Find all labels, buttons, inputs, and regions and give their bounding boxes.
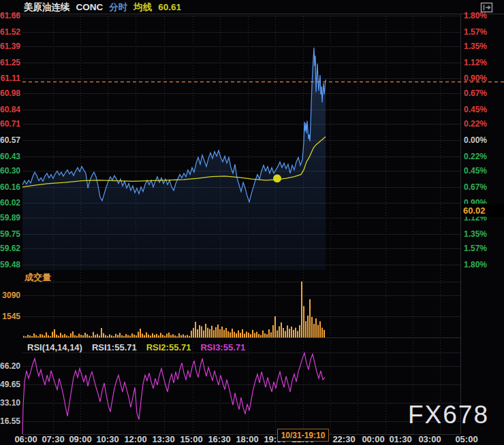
- volume-bar: [287, 325, 288, 337]
- volume-bar: [78, 333, 80, 337]
- volume-bar: [258, 334, 259, 337]
- volume-bar: [301, 282, 302, 337]
- volume-bar: [54, 329, 55, 337]
- volume-bar: [232, 329, 233, 337]
- price-axis-label: 61.66: [0, 12, 20, 20]
- volume-bar: [242, 329, 243, 337]
- volume-bar: [89, 335, 90, 337]
- volume-bar: [187, 335, 188, 337]
- volume-bar: [158, 335, 159, 337]
- volume-bar: [164, 336, 166, 337]
- volume-bar: [217, 325, 219, 337]
- volume-bar: [64, 334, 65, 337]
- percent-axis-label: 0.67%: [464, 183, 487, 191]
- price-axis-label: 61.25: [0, 59, 20, 67]
- volume-bar: [162, 335, 163, 337]
- volume-bar: [105, 335, 106, 337]
- volume-bar: [58, 335, 59, 337]
- volume-bar: [293, 330, 294, 337]
- time-axis-label: 05:00: [455, 433, 477, 445]
- price-axis-label: 60.57: [0, 136, 20, 144]
- volume-bar: [60, 333, 61, 337]
- volume-bar: [260, 335, 262, 337]
- volume-bar: [131, 333, 133, 337]
- volume-bar: [144, 335, 145, 337]
- volume-bar: [44, 335, 45, 337]
- volume-bar: [133, 335, 135, 337]
- price-axis-label: 61.52: [0, 28, 20, 36]
- symbol-name: 美原油连续: [24, 1, 70, 13]
- volume-bar: [107, 336, 108, 337]
- volume-bar: [91, 336, 92, 337]
- volume-bar: [172, 334, 174, 337]
- volume-bar: [240, 333, 241, 337]
- percent-axis-label: 1.57%: [464, 244, 487, 252]
- volume-bar: [176, 336, 178, 337]
- time-axis-label: 01:30: [389, 433, 411, 445]
- volume-bar: [154, 335, 155, 337]
- percent-axis-label: 1.35%: [464, 230, 487, 238]
- volume-bar: [270, 332, 272, 337]
- timeframe-label[interactable]: 分时: [109, 1, 127, 13]
- price-axis-label: 60.16: [0, 183, 20, 191]
- volume-bar: [191, 331, 192, 337]
- expand-panel-icon[interactable]: [478, 2, 494, 14]
- volume-bar: [203, 331, 204, 337]
- volume-bar: [289, 329, 290, 337]
- volume-axis-label: 1545: [0, 312, 20, 320]
- volume-bar: [303, 306, 304, 337]
- chart-canvas[interactable]: [0, 0, 504, 445]
- volume-bar: [246, 331, 247, 337]
- price-axis-label: 60.98: [0, 89, 20, 97]
- volume-bar: [136, 335, 137, 337]
- price-axis-label: 60.02: [0, 199, 20, 207]
- volume-bar: [148, 335, 149, 337]
- volume-axis-label: 3090: [0, 291, 20, 299]
- volume-bar: [170, 335, 172, 337]
- volume-bar: [42, 335, 43, 337]
- volume-bar: [307, 316, 309, 337]
- percent-axis-label: 0.67%: [464, 89, 487, 97]
- volume-bar: [62, 335, 63, 337]
- volume-bar: [140, 329, 141, 337]
- volume-bar: [129, 335, 131, 337]
- volume-bar: [317, 325, 319, 338]
- volume-bar: [219, 329, 221, 337]
- volume-bar: [213, 330, 215, 337]
- volume-bar: [46, 332, 47, 337]
- percent-axis-label: 1.57%: [464, 28, 487, 36]
- volume-bar: [168, 333, 170, 337]
- volume-bar: [264, 333, 266, 337]
- ma-value: 60.61: [158, 1, 181, 13]
- volume-bar: [277, 331, 278, 337]
- volume-bar: [40, 334, 41, 337]
- volume-bar: [193, 328, 194, 337]
- volume-bar: [86, 334, 88, 337]
- volume-bar: [183, 334, 184, 337]
- volume-bar: [31, 336, 33, 337]
- volume-bar: [156, 334, 157, 337]
- volume-bar: [35, 335, 37, 337]
- volume-bar: [66, 335, 67, 337]
- price-axis-label: 60.30: [0, 167, 20, 175]
- crosshair-time-tooltip: 10/31-19:10: [277, 429, 329, 442]
- rsi-line: [22, 353, 325, 434]
- volume-panel-title: 成交量: [25, 271, 51, 284]
- volume-bar: [291, 327, 292, 337]
- volume-bar: [72, 331, 74, 337]
- ma-label: 均线: [133, 1, 152, 13]
- volume-bar: [146, 332, 147, 337]
- volume-bar: [319, 321, 321, 337]
- time-axis-label: 09:00: [69, 433, 91, 445]
- volume-bar: [111, 335, 112, 337]
- volume-bar: [27, 335, 29, 337]
- volume-bar: [185, 335, 186, 337]
- chart-title: 美原油连续 CONC 分时 均线 60.61: [24, 1, 181, 13]
- rsi2-value: RSI2:55.71: [146, 342, 191, 352]
- volume-bar: [205, 324, 206, 337]
- volume-bar: [209, 329, 210, 337]
- time-axis-label: 22:30: [332, 433, 355, 445]
- volume-bar: [84, 333, 86, 337]
- volume-bar: [281, 323, 282, 337]
- volume-bar: [150, 335, 151, 337]
